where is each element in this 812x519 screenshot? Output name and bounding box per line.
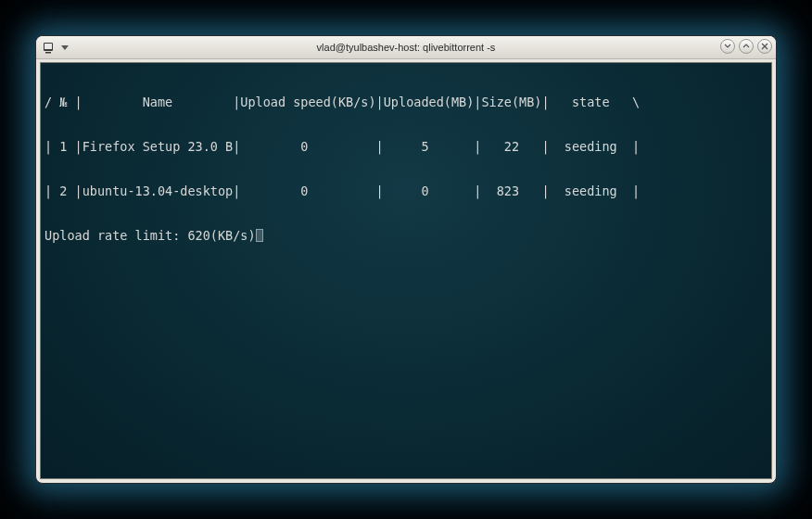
table-row: | 1 |Firefox Setup 23.0 B| 0 | 5 | 22 | … bbox=[44, 139, 768, 154]
table-header-row: / № | Name |Upload speed(KB/s)|Uploaded(… bbox=[44, 95, 768, 109]
terminal-window: vlad@tyulbashev-host: qlivebittorrent -s… bbox=[35, 35, 777, 484]
close-button[interactable] bbox=[757, 39, 772, 54]
titlebar[interactable]: vlad@tyulbashev-host: qlivebittorrent -s bbox=[36, 36, 776, 59]
app-menu-icon[interactable] bbox=[42, 41, 55, 54]
cursor bbox=[256, 229, 263, 242]
table-row: | 2 |ubuntu-13.04-desktop| 0 | 0 | 823 |… bbox=[44, 184, 768, 198]
terminal-output[interactable]: / № | Name |Upload speed(KB/s)|Uploaded(… bbox=[40, 62, 772, 479]
maximize-button[interactable] bbox=[739, 39, 754, 54]
svg-rect-2 bbox=[45, 52, 51, 54]
svg-rect-1 bbox=[44, 44, 52, 49]
dropdown-icon[interactable] bbox=[58, 41, 71, 54]
window-title: vlad@tyulbashev-host: qlivebittorrent -s bbox=[36, 42, 776, 53]
status-line: Upload rate limit: 620(KB/s) bbox=[44, 228, 768, 243]
minimize-button[interactable] bbox=[720, 39, 735, 54]
